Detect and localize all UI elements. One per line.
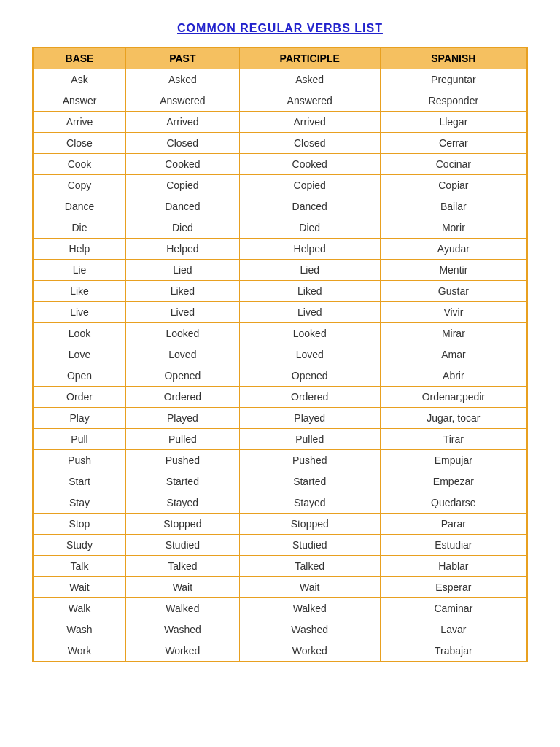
table-row: StayStayedStayedQuedarse xyxy=(33,492,527,514)
table-row: CopyCopiedCopiedCopiar xyxy=(33,175,527,196)
table-cell: Trabajar xyxy=(380,640,527,662)
table-row: OpenOpenedOpenedAbrir xyxy=(33,365,527,387)
table-cell: Open xyxy=(33,365,126,387)
table-row: LookLookedLookedMirar xyxy=(33,323,527,344)
table-cell: Worked xyxy=(126,640,240,662)
table-cell: Ordenar;pedir xyxy=(380,387,527,408)
table-cell: Started xyxy=(239,471,380,492)
table-cell: Cooked xyxy=(239,154,380,175)
table-cell: Amar xyxy=(380,344,527,365)
table-cell: Walked xyxy=(239,598,380,619)
table-row: HelpHelpedHelpedAyudar xyxy=(33,239,527,260)
table-cell: Arrived xyxy=(239,112,380,133)
table-cell: Pushed xyxy=(126,450,240,471)
table-cell: Copy xyxy=(33,175,126,196)
table-cell: Stopped xyxy=(126,514,240,535)
table-cell: Lived xyxy=(126,302,240,323)
table-cell: Copied xyxy=(239,175,380,196)
table-cell: Responder xyxy=(380,90,527,112)
table-cell: Talked xyxy=(239,556,380,577)
table-cell: Cocinar xyxy=(380,154,527,175)
table-cell: Pushed xyxy=(239,450,380,471)
table-row: OrderOrderedOrderedOrdenar;pedir xyxy=(33,387,527,408)
table-cell: Asked xyxy=(239,69,380,90)
table-row: PlayPlayedPlayedJugar, tocar xyxy=(33,408,527,429)
table-row: StartStartedStartedEmpezar xyxy=(33,471,527,492)
table-row: WaitWaitWaitEsperar xyxy=(33,577,527,598)
table-cell: Tirar xyxy=(380,429,527,450)
table-cell: Danced xyxy=(126,196,240,217)
table-cell: Wait xyxy=(126,577,240,598)
table-cell: Studied xyxy=(126,535,240,556)
table-row: WalkWalkedWalkedCaminar xyxy=(33,598,527,619)
table-cell: Quedarse xyxy=(380,492,527,514)
table-cell: Talked xyxy=(126,556,240,577)
table-cell: Arrive xyxy=(33,112,126,133)
table-cell: Die xyxy=(33,217,126,239)
table-cell: Lived xyxy=(239,302,380,323)
column-header: BASE xyxy=(33,47,126,69)
table-cell: Like xyxy=(33,281,126,302)
page-title: COMMON REGULAR VERBS LIST xyxy=(177,22,383,35)
table-cell: Liked xyxy=(239,281,380,302)
table-cell: Ask xyxy=(33,69,126,90)
table-row: StudyStudiedStudiedEstudiar xyxy=(33,535,527,556)
table-row: ArriveArrivedArrivedLlegar xyxy=(33,112,527,133)
table-cell: Played xyxy=(126,408,240,429)
table-row: DanceDancedDancedBailar xyxy=(33,196,527,217)
table-cell: Work xyxy=(33,640,126,662)
table-row: CloseClosedClosedCerrar xyxy=(33,133,527,154)
table-row: AskAskedAskedPreguntar xyxy=(33,69,527,90)
table-cell: Walk xyxy=(33,598,126,619)
table-cell: Llegar xyxy=(380,112,527,133)
table-cell: Liked xyxy=(126,281,240,302)
table-row: WashWashedWashedLavar xyxy=(33,619,527,640)
table-cell: Danced xyxy=(239,196,380,217)
table-cell: Opened xyxy=(239,365,380,387)
table-cell: Lied xyxy=(126,260,240,281)
table-cell: Empezar xyxy=(380,471,527,492)
table-cell: Cook xyxy=(33,154,126,175)
table-cell: Dance xyxy=(33,196,126,217)
table-cell: Order xyxy=(33,387,126,408)
table-cell: Preguntar xyxy=(380,69,527,90)
column-header: PARTICIPLE xyxy=(239,47,380,69)
table-cell: Stay xyxy=(33,492,126,514)
table-row: PushPushedPushedEmpujar xyxy=(33,450,527,471)
column-header: SPANISH xyxy=(380,47,527,69)
table-cell: Estudiar xyxy=(380,535,527,556)
table-cell: Wait xyxy=(239,577,380,598)
table-cell: Loved xyxy=(239,344,380,365)
table-cell: Close xyxy=(33,133,126,154)
table-cell: Worked xyxy=(239,640,380,662)
table-cell: Start xyxy=(33,471,126,492)
table-row: WorkWorkedWorkedTrabajar xyxy=(33,640,527,662)
table-cell: Looked xyxy=(239,323,380,344)
table-cell: Love xyxy=(33,344,126,365)
table-cell: Pulled xyxy=(126,429,240,450)
table-cell: Helped xyxy=(126,239,240,260)
table-cell: Hablar xyxy=(380,556,527,577)
table-cell: Cerrar xyxy=(380,133,527,154)
table-cell: Pulled xyxy=(239,429,380,450)
table-cell: Stop xyxy=(33,514,126,535)
table-row: LikeLikedLikedGustar xyxy=(33,281,527,302)
table-cell: Bailar xyxy=(380,196,527,217)
table-row: LiveLivedLivedVivir xyxy=(33,302,527,323)
table-cell: Study xyxy=(33,535,126,556)
table-cell: Copiar xyxy=(380,175,527,196)
table-cell: Gustar xyxy=(380,281,527,302)
table-cell: Talk xyxy=(33,556,126,577)
table-cell: Looked xyxy=(126,323,240,344)
table-cell: Lie xyxy=(33,260,126,281)
table-cell: Closed xyxy=(126,133,240,154)
table-cell: Live xyxy=(33,302,126,323)
table-cell: Lavar xyxy=(380,619,527,640)
table-row: StopStoppedStoppedParar xyxy=(33,514,527,535)
verbs-table: BASEPASTPARTICIPLESPANISH AskAskedAskedP… xyxy=(32,47,528,662)
table-cell: Died xyxy=(126,217,240,239)
table-cell: Pull xyxy=(33,429,126,450)
table-cell: Helped xyxy=(239,239,380,260)
table-cell: Started xyxy=(126,471,240,492)
table-cell: Played xyxy=(239,408,380,429)
